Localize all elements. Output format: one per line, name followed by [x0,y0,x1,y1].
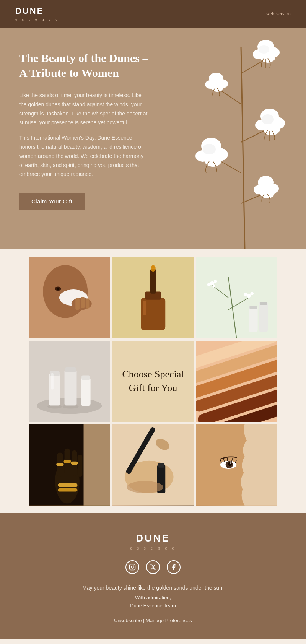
grid-cell-face-closeup [196,424,277,506]
svg-point-52 [213,285,215,287]
svg-rect-83 [78,455,83,477]
grid-cell-hand-jewelry [29,424,110,506]
hero-section: The Beauty of the Dunes – A Tribute to W… [0,28,306,249]
svg-rect-35 [86,298,90,309]
svg-rect-68 [81,375,90,380]
footer-links: Unsubscribe | Manage Preferences [15,618,291,623]
svg-point-54 [244,293,247,296]
grid-cell-products-flowers [196,257,277,338]
svg-point-19 [262,114,274,124]
svg-point-96 [127,481,163,493]
footer-sign: With admiration, Dune Essence Team [15,594,291,610]
svg-point-102 [230,462,232,464]
hero-body-2: This International Women's Day, Dune Ess… [19,133,149,179]
svg-rect-65 [65,369,77,406]
svg-point-53 [247,294,251,298]
hero-title: The Beauty of the Dunes – A Tribute to W… [19,50,149,80]
svg-rect-88 [58,488,78,492]
product-image-grid: Choose Special Gift for You [0,249,306,513]
hero-content: The Beauty of the Dunes – A Tribute to W… [0,28,168,249]
svg-rect-84 [56,463,63,466]
svg-rect-44 [143,301,146,315]
hero-body-1: Like the sands of time, your beauty is t… [19,91,149,127]
manage-preferences-link[interactable]: Manage Preferences [146,618,192,623]
svg-rect-87 [58,483,78,488]
svg-rect-89 [84,424,110,506]
svg-point-24 [203,144,216,154]
svg-point-70 [62,405,79,409]
unsubscribe-link[interactable]: Unsubscribe [114,618,142,623]
svg-point-101 [228,462,232,466]
svg-rect-95 [158,463,164,468]
svg-rect-86 [71,462,78,465]
svg-rect-34 [81,297,85,308]
svg-point-55 [251,292,254,295]
footer-tagline: May your beauty shine like the golden sa… [15,585,291,591]
svg-rect-59 [260,302,267,305]
svg-point-28 [260,187,275,198]
svg-point-37 [57,288,59,290]
social-icons-group [15,560,291,574]
svg-rect-64 [51,373,53,390]
claim-gift-button[interactable]: Claim Your Gift [19,193,85,210]
instagram-icon[interactable] [125,560,139,574]
svg-rect-85 [63,460,71,463]
svg-rect-62 [49,373,60,406]
svg-rect-33 [75,298,80,310]
logo-sub: e s s e n c e [15,17,59,21]
gift-text: Choose Special Gift for You [122,368,184,395]
svg-rect-67 [81,377,91,405]
svg-point-69 [47,405,62,409]
web-version-link[interactable]: web-version [266,11,291,17]
svg-rect-66 [65,367,76,372]
svg-point-10 [259,45,269,54]
grid-cell-special-gift: Choose Special Gift for You [112,341,194,422]
svg-point-109 [131,566,133,568]
svg-rect-57 [259,302,268,332]
svg-line-2 [218,89,241,104]
hero-image [168,28,306,249]
footer-logo-main: DUNE [15,532,291,544]
svg-point-14 [211,82,224,92]
facebook-icon[interactable] [167,560,181,574]
grid-cell-dropper-bottle [112,257,194,338]
grid-cell-brush-makeup [112,424,194,506]
twitter-x-icon[interactable] [146,560,160,574]
svg-rect-41 [150,269,156,294]
logo-main: DUNE [15,6,59,16]
footer-logo: DUNE e s s e n c e [15,532,291,551]
cotton-plant-svg [172,28,306,249]
logo: DUNE e s s e n c e [15,6,59,21]
svg-point-110 [133,565,134,566]
site-header: DUNE e s s e n c e web-version [0,0,306,28]
svg-rect-56 [249,306,258,332]
svg-point-51 [214,280,217,283]
grid-cell-swatches [196,341,277,422]
svg-rect-108 [130,564,135,570]
svg-point-49 [210,281,215,286]
grid-cell-face-cream [29,257,110,338]
grid-cell-bottles-stone [29,341,110,422]
svg-line-0 [241,47,245,249]
footer-logo-sub: e s s e n c e [15,545,291,551]
svg-point-50 [207,283,211,286]
site-footer: DUNE e s s e n c e May your beauty shine… [0,513,306,639]
svg-rect-58 [250,306,257,309]
